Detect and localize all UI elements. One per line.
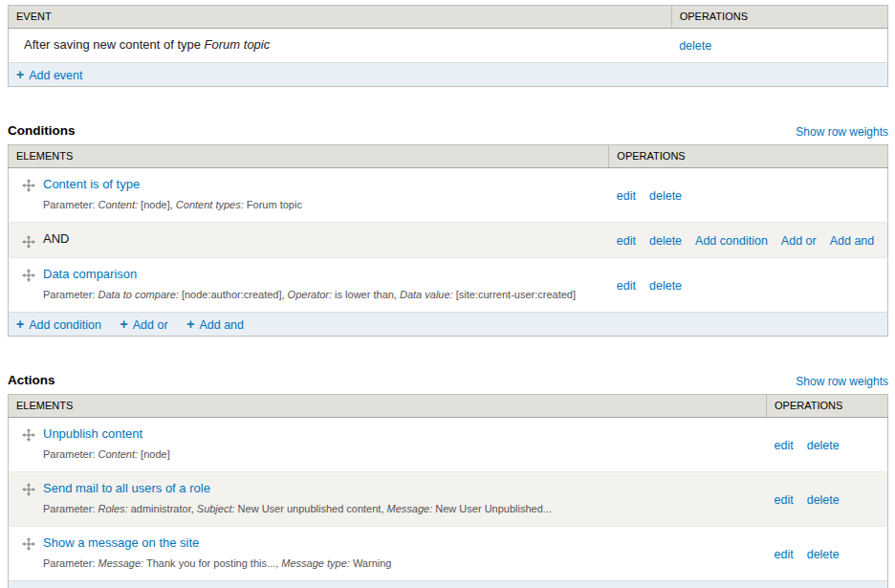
add-and-link[interactable]: Add and [830, 234, 875, 248]
action-operations: editdelete [767, 418, 888, 472]
delete-link[interactable]: delete [649, 279, 682, 293]
edit-link[interactable]: edit [775, 493, 794, 507]
action-title-link[interactable]: Send mail to all users of a role [43, 481, 759, 496]
event-table: EVENT OPERATIONS After saving new conten… [8, 5, 888, 87]
event-column-header: EVENT [9, 6, 672, 29]
event-table-header-row: EVENT OPERATIONS [9, 6, 888, 29]
condition-title-link[interactable]: Content is of type [43, 177, 601, 192]
condition-title-link[interactable]: Data comparison [43, 267, 601, 282]
elements-column-header: ELEMENTS [9, 145, 609, 168]
condition-row: Data comparison Parameter: Data to compa… [9, 258, 888, 313]
drag-handle-icon[interactable] [22, 483, 35, 496]
drag-handle-icon[interactable] [22, 537, 35, 551]
delete-link[interactable]: delete [807, 493, 840, 507]
conditions-title: Conditions [8, 123, 76, 139]
actions-title: Actions [8, 373, 55, 388]
show-row-weights-link[interactable]: Show row weights [796, 125, 888, 139]
delete-link[interactable]: delete [807, 548, 840, 561]
plus-icon: + [16, 67, 24, 82]
operations-column-header: OPERATIONS [671, 6, 887, 29]
delete-link[interactable]: delete [807, 439, 840, 452]
add-or-link[interactable]: Add or [781, 234, 817, 248]
delete-link[interactable]: delete [649, 234, 682, 248]
drag-handle-icon[interactable] [22, 428, 35, 442]
condition-row: Content is of type Parameter: Content: [… [9, 168, 888, 223]
plus-icon: + [186, 316, 194, 332]
edit-link[interactable]: edit [775, 548, 794, 561]
add-or-link[interactable]: +Add or [120, 318, 168, 332]
add-condition-link[interactable]: Add condition [695, 234, 768, 248]
elements-column-header: ELEMENTS [9, 395, 767, 418]
action-operations: editdelete [767, 472, 888, 527]
operations-column-header: OPERATIONS [767, 395, 888, 418]
drag-handle-icon[interactable] [22, 235, 35, 249]
add-condition-link[interactable]: +Add condition [16, 318, 101, 332]
action-row: Unpublish content Parameter: Content: [n… [9, 418, 888, 472]
conditions-section-header: Conditions Show row weights [8, 123, 888, 139]
parameter-line: Parameter: Roles: administrator, Subject… [43, 502, 759, 515]
conditions-table-header-row: ELEMENTS OPERATIONS [9, 145, 888, 168]
parameter-line: Parameter: Content: [node], Content type… [43, 198, 601, 211]
delete-link[interactable]: delete [649, 189, 682, 203]
add-and-link[interactable]: +Add and [186, 318, 244, 332]
parameter-line: Parameter: Message: Thank you for postin… [43, 556, 759, 570]
actions-section-header: Actions Show row weights [8, 373, 888, 388]
plus-icon: + [16, 316, 24, 332]
drag-handle-icon[interactable] [22, 179, 35, 192]
parameter-line: Parameter: Data to compare: [node:author… [43, 288, 601, 301]
drag-handle-icon[interactable] [22, 269, 35, 282]
edit-link[interactable]: edit [617, 234, 636, 248]
add-event-row: +Add event [9, 63, 888, 87]
action-row: Show a message on the site Parameter: Me… [9, 527, 888, 581]
event-row: After saving new content of type Forum t… [9, 29, 888, 63]
edit-link[interactable]: edit [775, 439, 794, 452]
conditions-table: ELEMENTS OPERATIONS Content is of type P… [8, 144, 888, 337]
condition-operations: editdelete [609, 258, 888, 313]
show-row-weights-link[interactable]: Show row weights [796, 375, 888, 388]
action-operations: editdelete [767, 527, 888, 581]
edit-link[interactable]: edit [617, 189, 636, 203]
condition-group-operations: editdeleteAdd conditionAdd orAdd and [609, 223, 888, 258]
plus-icon: + [120, 316, 128, 332]
event-operations: delete [671, 29, 887, 63]
event-description: After saving new content of type Forum t… [9, 29, 672, 63]
parameter-line: Parameter: Content: [node] [43, 447, 759, 461]
action-title-link[interactable]: Show a message on the site [43, 535, 759, 551]
actions-add-row: +Add action +Add loop [9, 581, 888, 588]
event-type-name: Forum topic [205, 37, 271, 52]
operations-column-header: OPERATIONS [609, 145, 888, 168]
delete-link[interactable]: delete [679, 39, 711, 53]
actions-table: ELEMENTS OPERATIONS Unpublish content Pa… [8, 394, 888, 588]
add-event-link[interactable]: +Add event [16, 69, 82, 82]
actions-table-header-row: ELEMENTS OPERATIONS [9, 395, 888, 418]
event-description-text: After saving new content of type [24, 37, 205, 52]
conditions-add-row: +Add condition +Add or +Add and [9, 313, 888, 337]
condition-group-label: AND [43, 231, 601, 247]
action-row: Send mail to all users of a role Paramet… [9, 472, 888, 527]
condition-operations: editdelete [609, 168, 888, 223]
action-title-link[interactable]: Unpublish content [43, 426, 759, 442]
condition-group-row: AND editdeleteAdd conditionAdd orAdd and [9, 223, 888, 258]
edit-link[interactable]: edit [617, 279, 636, 293]
